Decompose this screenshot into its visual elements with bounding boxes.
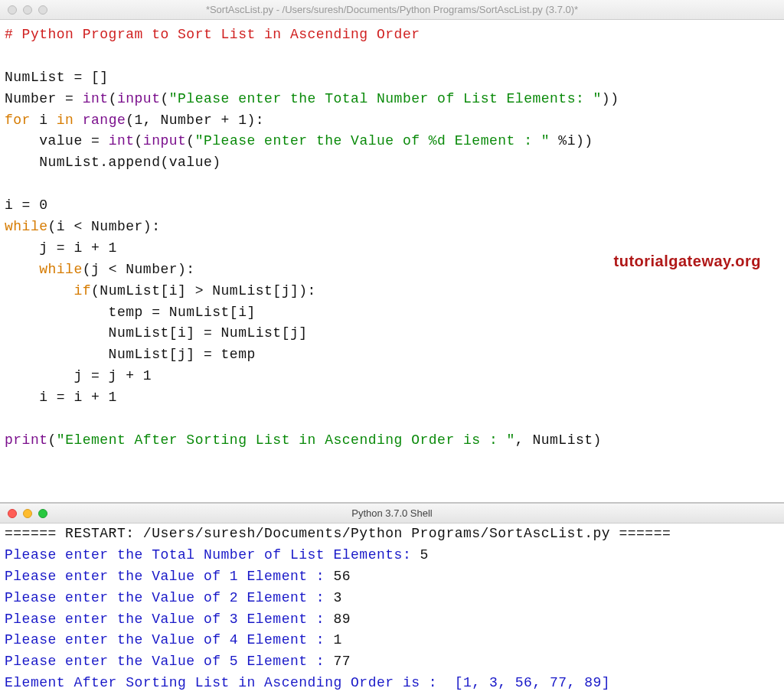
code-token: (NumList[i] > NumList[j]): xyxy=(91,283,316,298)
code-token xyxy=(5,283,74,298)
shell-user-input: 3 xyxy=(333,590,341,605)
code-token: ( xyxy=(135,133,143,148)
shell-user-input: 5 xyxy=(420,547,428,563)
code-line: NumList.append(value) xyxy=(5,155,221,170)
close-light-icon[interactable] xyxy=(8,509,17,518)
code-token: %i)) xyxy=(550,133,593,148)
shell-window-controls xyxy=(8,509,47,518)
editor-window-controls xyxy=(8,5,47,15)
code-token: (i < Number): xyxy=(48,219,161,234)
shell-prompt-text: Please enter the Total Number of List El… xyxy=(5,547,420,563)
code-line: NumList[i] = NumList[j] xyxy=(5,325,308,341)
code-line: j = j + 1 xyxy=(5,368,152,383)
code-token xyxy=(5,262,39,277)
code-string: "Please enter the Total Number of List E… xyxy=(169,91,602,106)
code-token: int xyxy=(83,91,109,106)
code-line: j = i + 1 xyxy=(5,240,117,256)
watermark-text: tutorialgateway.org xyxy=(614,250,762,273)
code-token xyxy=(74,113,82,128)
code-line: value = xyxy=(5,133,109,148)
code-line: NumList = [] xyxy=(5,70,109,85)
code-line: Number = xyxy=(5,91,83,106)
shell-user-input: 1 xyxy=(333,632,341,647)
code-token: ( xyxy=(160,91,168,106)
code-keyword: for xyxy=(5,113,31,128)
code-line: i = 0 xyxy=(5,197,48,213)
shell-prompt-text: Please enter the Value of 1 Element : xyxy=(5,569,333,584)
minimize-light-icon[interactable] xyxy=(23,5,32,15)
code-comment: # Python Program to Sort List in Ascendi… xyxy=(5,27,420,42)
shell-user-input: 77 xyxy=(333,654,351,669)
shell-title: Python 3.7.0 Shell xyxy=(0,507,784,519)
code-keyword: while xyxy=(39,262,83,277)
code-token: int xyxy=(109,133,135,148)
shell-title-bar: Python 3.7.0 Shell xyxy=(0,504,784,524)
zoom-light-icon[interactable] xyxy=(38,5,47,15)
zoom-light-icon[interactable] xyxy=(38,509,47,518)
code-token: ( xyxy=(186,133,194,148)
shell-prompt-text: Please enter the Value of 2 Element : xyxy=(5,590,333,605)
code-token: (1, Number + 1): xyxy=(126,113,264,128)
code-token: ( xyxy=(48,432,57,448)
editor-title: *SortAscList.py - /Users/suresh/Document… xyxy=(0,4,784,15)
shell-user-input: 56 xyxy=(333,569,351,584)
code-token: print xyxy=(5,432,48,448)
editor-title-bar: *SortAscList.py - /Users/suresh/Document… xyxy=(0,0,784,20)
shell-prompt-text: Please enter the Value of 3 Element : xyxy=(5,612,333,627)
code-string: "Please enter the Value of %d Element : … xyxy=(195,133,550,148)
code-string: "Element After Sorting List in Ascending… xyxy=(57,432,515,448)
restart-line: ====== RESTART: /Users/suresh/Documents/… xyxy=(5,526,671,541)
code-keyword: while xyxy=(5,219,48,234)
minimize-light-icon[interactable] xyxy=(23,509,32,518)
close-light-icon[interactable] xyxy=(8,5,17,15)
code-token: )) xyxy=(602,91,619,106)
shell-prompt-text: Please enter the Value of 4 Element : xyxy=(5,632,333,647)
shell-window: Python 3.7.0 Shell ====== RESTART: /User… xyxy=(0,502,784,698)
code-token: i xyxy=(31,113,57,128)
code-line: NumList[j] = temp xyxy=(5,347,256,362)
code-token: (j < Number): xyxy=(83,262,195,277)
code-line: i = i + 1 xyxy=(5,390,117,405)
shell-result: Element After Sorting List in Ascending … xyxy=(5,675,610,690)
code-token: input xyxy=(143,133,187,148)
shell-output[interactable]: ====== RESTART: /Users/suresh/Documents/… xyxy=(0,524,784,698)
shell-user-input: 89 xyxy=(333,612,351,627)
code-line: temp = NumList[i] xyxy=(5,305,256,320)
code-token: range xyxy=(83,113,126,128)
shell-prompt-text: Please enter the Value of 5 Element : xyxy=(5,654,333,669)
code-editor[interactable]: # Python Program to Sort List in Ascendi… xyxy=(0,20,784,502)
code-token: ( xyxy=(109,91,117,106)
code-token: , NumList) xyxy=(515,432,602,448)
code-keyword: if xyxy=(74,283,91,298)
code-keyword: in xyxy=(57,113,74,128)
code-token: input xyxy=(117,91,161,106)
